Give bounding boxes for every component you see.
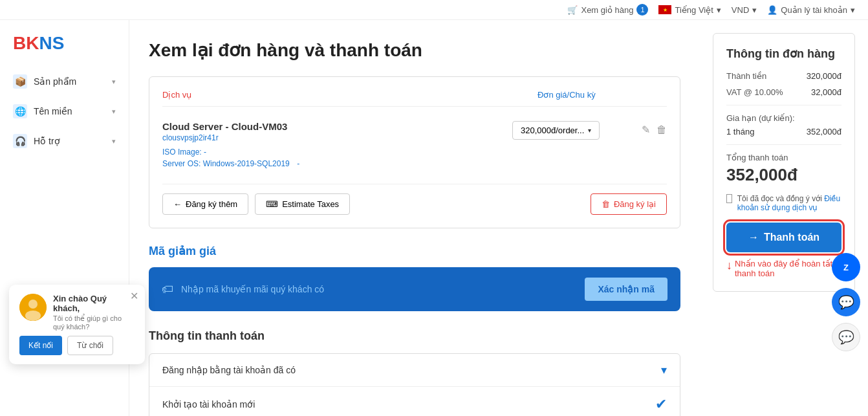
sidebar-item-products[interactable]: 📦 Sản phẩm ▾: [0, 67, 129, 96]
discount-section-title: Mã giảm giá: [149, 244, 680, 258]
chat-icon: 💬: [838, 329, 854, 345]
price-col: 320,000đ/order... ▾: [512, 121, 642, 140]
cart-badge: 1: [636, 4, 648, 16]
chat-buttons: Kết nối Từ chối: [19, 336, 135, 355]
calculator-icon: ⌨: [266, 199, 278, 209]
footer-left: ← Đăng ký thêm ⌨ Estimate Taxes: [162, 193, 350, 215]
arrow-right-icon: →: [748, 232, 759, 243]
cart-link[interactable]: 🛒 Xem giỏ hàng 1: [567, 4, 648, 16]
language-label: Tiếng Việt: [675, 5, 713, 15]
language-selector[interactable]: Tiếng Việt ▾: [658, 5, 721, 15]
svg-point-2: [25, 311, 41, 321]
discount-input[interactable]: [181, 284, 577, 294]
chat-avatar: [19, 294, 47, 321]
language-chevron: ▾: [717, 5, 721, 15]
server-os-dash: -: [297, 159, 299, 168]
chat-close-btn[interactable]: ✕: [130, 290, 138, 302]
sidebar-label-products: Sản phẩm: [34, 76, 76, 87]
total-amount: 352,000đ: [726, 165, 841, 185]
server-os-label: Server OS:: [162, 159, 201, 168]
topbar: 🛒 Xem giỏ hàng 1 Tiếng Việt ▾ VND ▾ 👤 Qu…: [0, 0, 868, 20]
domain-icon: 🌐: [13, 104, 27, 118]
currency-label: VND: [732, 5, 749, 15]
divider-2: [726, 144, 841, 145]
gia-han-row: 1 tháng 352,000đ: [726, 127, 841, 137]
edit-icon[interactable]: ✎: [642, 124, 650, 136]
chat-btn[interactable]: 💬: [832, 323, 860, 351]
logo-bk: BK: [13, 33, 39, 53]
iso-value: -: [204, 148, 206, 157]
row-actions: ✎ 🗑: [642, 121, 667, 136]
cart-label: Xem giỏ hàng: [581, 5, 633, 15]
vat-label: VAT @ 10.00%: [726, 87, 783, 97]
hint-text: ↓ Nhấn vào đây để hoàn tất thanh toán: [726, 259, 841, 278]
flag-icon: [658, 5, 671, 14]
logo[interactable]: BKNS: [0, 27, 129, 67]
subtotal-row: Thành tiền 320,000đ: [726, 71, 841, 81]
chat-popup: ✕ Xin chào Quý khách, Tôi có thể giúp gì…: [9, 285, 145, 364]
hint-arrow-icon: ↓: [726, 259, 732, 272]
dang-ky-lai-label: Đăng ký lại: [614, 199, 656, 209]
account-menu[interactable]: 👤 Quản lý tài khoản ▾: [767, 5, 855, 15]
currency-chevron: ▾: [752, 5, 757, 15]
subtotal-label: Thành tiền: [726, 71, 766, 81]
terms-text: Tôi đã đọc và đồng ý với Điều khoản sử d…: [737, 194, 841, 212]
side-buttons: Z 💬 💬: [832, 253, 860, 351]
sidebar-item-support[interactable]: 🎧 Hỗ trợ ▾: [0, 126, 129, 156]
account-label: Quản lý tài khoản: [781, 5, 847, 15]
payment-section-title: Thông tin thanh toán: [149, 329, 680, 343]
gia-han-label: Gia hạn (dự kiến):: [726, 113, 841, 123]
chevron-down-icon-2: ▾: [112, 107, 116, 116]
iso-row: ISO Image: -: [162, 148, 512, 157]
terms-checkbox[interactable]: [726, 194, 732, 203]
right-panel: Thông tin đơn hàng Thành tiền 320,000đ V…: [700, 20, 868, 416]
chevron-down-icon-3: ▾: [112, 137, 116, 146]
price-value: 320,000đ/order...: [521, 126, 584, 135]
order-header: Dịch vụ Đơn giá/Chu kỳ: [162, 90, 667, 107]
divider-1: [726, 105, 841, 105]
iso-label: ISO Image:: [162, 148, 202, 157]
confirm-code-btn[interactable]: Xác nhận mã: [585, 278, 667, 301]
dang-ky-them-label: Đăng ký thêm: [186, 199, 237, 209]
server-os-value: Windows-2019-SQL2019: [203, 159, 290, 168]
user-icon: 👤: [767, 5, 777, 15]
dang-ky-them-btn[interactable]: ← Đăng ký thêm: [162, 193, 248, 215]
sidebar-label-support: Hỗ trợ: [34, 136, 60, 146]
order-box: Dịch vụ Đơn giá/Chu kỳ Cloud Server - Cl…: [149, 76, 680, 228]
service-link[interactable]: clousvpsjp2ir41r: [162, 133, 219, 142]
payment-chevron-1: ▾: [661, 363, 667, 377]
fb-icon: 💬: [838, 294, 854, 310]
box-icon: 📦: [13, 74, 27, 89]
server-os-row: Server OS: Windows-2019-SQL2019 -: [162, 159, 512, 168]
vat-value: 32,000đ: [811, 87, 841, 97]
service-details: ISO Image: - Server OS: Windows-2019-SQL…: [162, 148, 512, 168]
gia-han-period: 1 tháng: [726, 127, 754, 137]
order-info-title: Thông tin đơn hàng: [726, 47, 841, 61]
main-content: Xem lại đơn hàng và thanh toán Dịch vụ Đ…: [129, 20, 700, 416]
chat-reject-btn[interactable]: Từ chối: [67, 336, 113, 355]
arrow-left-icon: ←: [173, 199, 182, 209]
chat-text: Xin chào Quý khách, Tôi có thể giúp gì c…: [53, 294, 135, 331]
cart-icon: 🛒: [567, 5, 578, 15]
total-label: Tổng thanh toán: [726, 153, 841, 162]
payment-chevron-2: ✔: [655, 396, 667, 413]
payment-register-option[interactable]: Khởi tạo tài khoản mới ✔: [149, 387, 680, 416]
chat-connect-btn[interactable]: Kết nối: [19, 336, 62, 355]
sidebar-item-domain[interactable]: 🌐 Tên miền ▾: [0, 96, 129, 126]
checkout-btn[interactable]: → Thanh toán: [726, 223, 841, 252]
zalo-btn[interactable]: Z: [832, 253, 860, 281]
dang-ky-lai-btn[interactable]: 🗑 Đăng ký lại: [591, 193, 667, 215]
payment-login-option[interactable]: Đăng nhập bằng tài khoản đã có ▾: [149, 354, 680, 387]
currency-selector[interactable]: VND ▾: [732, 5, 757, 15]
logo-ns: NS: [39, 33, 64, 53]
hint-text-label: Nhấn vào đây để hoàn tất thanh toán: [735, 259, 841, 278]
chat-popup-header: Xin chào Quý khách, Tôi có thể giúp gì c…: [19, 294, 135, 331]
terms-text-label: Tôi đã đọc và đồng ý với: [737, 194, 822, 203]
price-dropdown-btn[interactable]: 320,000đ/order... ▾: [512, 121, 600, 140]
col-price-header: Đơn giá/Chu kỳ: [537, 90, 667, 100]
order-footer: ← Đăng ký thêm ⌨ Estimate Taxes 🗑 Đăng k…: [162, 184, 667, 215]
caret-icon: ▾: [588, 127, 591, 134]
estimate-taxes-btn[interactable]: ⌨ Estimate Taxes: [255, 193, 350, 215]
delete-icon[interactable]: 🗑: [656, 124, 667, 136]
facebook-btn[interactable]: 💬: [832, 288, 860, 316]
